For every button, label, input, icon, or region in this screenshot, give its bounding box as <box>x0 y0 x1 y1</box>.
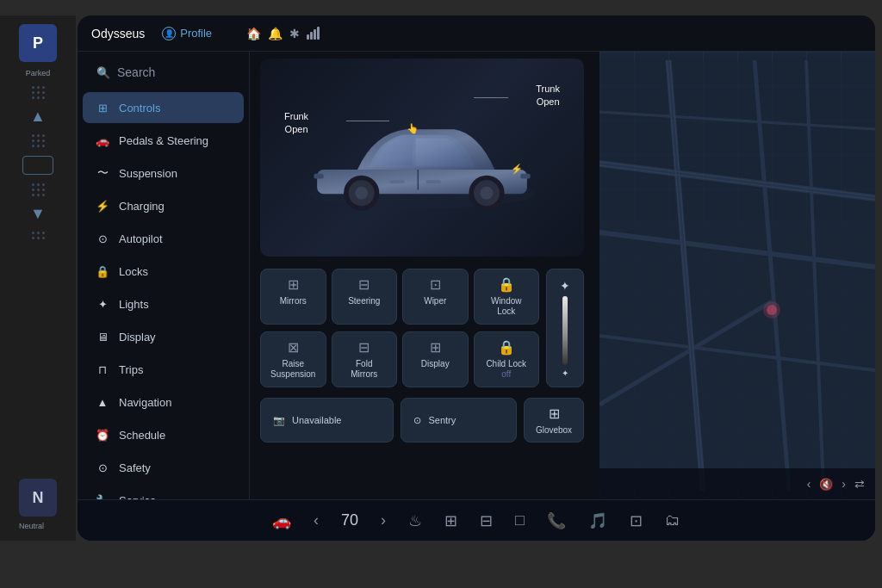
fold-mirrors-label: FoldMirrors <box>351 359 377 380</box>
navigation-icon: ▲ <box>95 394 110 410</box>
profile-icon: 👤 <box>162 27 176 40</box>
sidebar-item-trips[interactable]: ⊓ Trips <box>83 354 244 385</box>
dot-grid-top <box>32 83 45 102</box>
wiper-label: Wiper <box>424 296 446 306</box>
sidebar-item-navigation[interactable]: ▲ Navigation <box>83 387 244 418</box>
raise-suspension-button[interactable]: ⊠ RaiseSuspension <box>260 331 326 387</box>
brightness-low-icon: ✦ <box>562 368 568 378</box>
taskbar-square-icon[interactable]: □ <box>512 508 528 533</box>
unavailable-button[interactable]: 📷 Unavailable <box>260 398 394 443</box>
glovebox-label: Glovebox <box>536 425 572 435</box>
svg-rect-12 <box>390 180 405 183</box>
trips-icon: ⊓ <box>95 362 110 377</box>
sidebar-item-safety[interactable]: ⊙ Safety <box>83 452 244 483</box>
map-swap-icon[interactable]: ⇄ <box>854 477 865 491</box>
taskbar-right-arrow[interactable]: › <box>377 508 389 533</box>
profile-button[interactable]: 👤 Profile <box>162 27 212 40</box>
svg-rect-3 <box>520 174 530 179</box>
taskbar-left-arrow[interactable]: ‹ <box>310 508 322 533</box>
volume-icon[interactable]: 🔇 <box>819 478 833 491</box>
sidebar: 🔍 Search ⊞ Controls 🚗 Pedals & Steering … <box>78 52 250 499</box>
display-icon: 🖥 <box>95 329 110 344</box>
mirrors-icon: ⊞ <box>288 276 299 293</box>
mirrors-button[interactable]: ⊞ Mirrors <box>260 269 326 325</box>
controls-grid: ⊞ Mirrors ⊟ Steering ⊡ Wiper <box>260 269 584 387</box>
schedule-icon: ⏰ <box>95 427 110 443</box>
locks-label: Locks <box>119 265 148 278</box>
svg-point-6 <box>355 187 368 200</box>
raise-suspension-label: RaiseSuspension <box>270 359 315 380</box>
down-arrow[interactable]: ▼ <box>30 205 46 223</box>
glovebox-button[interactable]: ⊞ Glovebox <box>524 398 584 443</box>
dot-grid-bot2 <box>32 228 45 243</box>
locks-icon: 🔒 <box>95 263 110 279</box>
map-back-icon[interactable]: ‹ <box>807 477 811 491</box>
sidebar-item-suspension[interactable]: 〜 Suspension <box>83 158 244 189</box>
sidebar-item-schedule[interactable]: ⏰ Schedule <box>83 419 244 450</box>
svg-text:⚡: ⚡ <box>511 163 524 175</box>
autopilot-icon: ⊙ <box>95 231 110 246</box>
suspension-icon: 〜 <box>95 165 110 181</box>
sidebar-item-autopilot[interactable]: ⊙ Autopilot <box>83 223 244 254</box>
child-lock-button[interactable]: 🔒 Child Lockoff <box>474 331 540 387</box>
sidebar-item-display[interactable]: 🖥 Display <box>83 321 244 352</box>
svg-text:👆: 👆 <box>407 122 419 134</box>
sentry-label: Sentry <box>428 415 456 425</box>
grid-row-1: ⊞ Mirrors ⊟ Steering ⊡ Wiper <box>260 269 539 325</box>
trips-label: Trips <box>119 363 143 376</box>
pedals-icon: 🚗 <box>95 133 110 148</box>
taskbar-car-icon[interactable]: 🚗 <box>269 508 295 534</box>
taskbar-dots-icon[interactable]: ⊡ <box>626 508 646 534</box>
navigation-label: Navigation <box>119 396 171 409</box>
brightness-panel[interactable]: ✦ ✦ <box>546 269 584 387</box>
sidebar-item-service[interactable]: 🔧 Service <box>83 485 244 499</box>
brightness-high-icon: ✦ <box>560 279 570 293</box>
sidebar-item-pedals[interactable]: 🚗 Pedals & Steering <box>83 125 244 156</box>
bluetooth-icon[interactable]: ✱ <box>289 27 300 40</box>
taskbar-heat-icon[interactable]: ♨ <box>405 508 425 534</box>
pedals-label: Pedals & Steering <box>119 134 208 147</box>
up-arrow[interactable]: ▲ <box>30 108 46 126</box>
content-area: 🔍 Search ⊞ Controls 🚗 Pedals & Steering … <box>78 52 875 499</box>
sentry-button[interactable]: ⊙ Sentry <box>401 398 517 443</box>
search-bar[interactable]: 🔍 Search <box>84 59 242 86</box>
sidebar-item-controls[interactable]: ⊞ Controls <box>83 92 244 123</box>
wiper-button[interactable]: ⊡ Wiper <box>402 269 469 325</box>
window-lock-button[interactable]: 🔒 WindowLock <box>474 269 540 325</box>
profile-label: Profile <box>180 27 212 40</box>
dot-grid-mid <box>32 131 45 151</box>
home-icon[interactable]: 🏠 <box>246 27 261 40</box>
map-forward-icon[interactable]: › <box>842 477 846 491</box>
steering-button[interactable]: ⊟ Steering <box>332 269 398 325</box>
trunk-label[interactable]: TrunkOpen <box>536 83 560 109</box>
grid-row-2: ⊠ RaiseSuspension ⊟ FoldMirrors ⊞ Displa… <box>260 331 539 387</box>
svg-point-29 <box>763 301 780 319</box>
sidebar-item-lights[interactable]: ✦ Lights <box>83 288 244 319</box>
taskbar-phone-icon[interactable]: 📞 <box>543 508 569 534</box>
taskbar-wiper1-icon[interactable]: ⊞ <box>441 508 461 534</box>
gear-badge-neutral[interactable]: N <box>19 479 57 517</box>
unavailable-icon: 📷 <box>273 415 285 426</box>
display-label: Display <box>119 331 156 344</box>
taskbar-music-icon[interactable]: 🎵 <box>585 508 611 534</box>
lights-label: Lights <box>119 298 149 311</box>
charging-icon: ⚡ <box>95 198 110 214</box>
car-side-icon <box>22 156 53 175</box>
window-lock-icon: 🔒 <box>498 276 515 293</box>
svg-rect-11 <box>426 180 441 183</box>
gear-badge-park[interactable]: P <box>19 24 57 62</box>
button-grid: ⊞ Mirrors ⊟ Steering ⊡ Wiper <box>260 269 539 387</box>
taskbar-wiper2-icon[interactable]: ⊟ <box>476 508 496 534</box>
dashboard-background: P Parked ▲ ▼ N Neutr <box>0 0 882 588</box>
sidebar-item-locks[interactable]: 🔒 Locks <box>83 256 244 287</box>
sidebar-item-charging[interactable]: ⚡ Charging <box>83 190 244 221</box>
fold-mirrors-button[interactable]: ⊟ FoldMirrors <box>332 331 398 387</box>
taskbar: 🚗 ‹ 70 › ♨ ⊞ ⊟ □ 📞 🎵 ⊡ 🗂 <box>78 499 875 541</box>
child-lock-icon: 🔒 <box>498 339 515 356</box>
taskbar-box-icon[interactable]: 🗂 <box>662 508 684 533</box>
controls-label: Controls <box>119 102 160 115</box>
bell-icon[interactable]: 🔔 <box>268 27 283 40</box>
suspension-label: Suspension <box>119 167 177 180</box>
display-button[interactable]: ⊞ Display <box>402 331 469 387</box>
frunk-label[interactable]: FrunkOpen <box>284 110 308 137</box>
